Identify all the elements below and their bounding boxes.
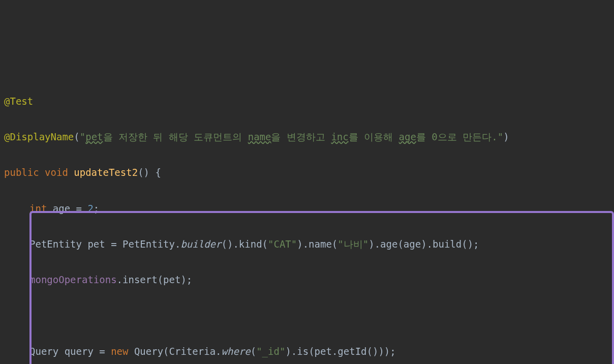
string-text: 을 저장한 뒤 해당 도큐먼트의 [103, 131, 248, 142]
code-editor[interactable]: @Test @DisplayName("pet을 저장한 뒤 해당 도큐먼트의 … [4, 75, 610, 364]
string-text: age [399, 131, 416, 142]
string-text: name [248, 131, 271, 142]
keyword-new: new [111, 346, 128, 357]
code-text: ().kind( [222, 238, 268, 250]
string-quote: " [498, 131, 503, 142]
keyword-public: public [4, 167, 39, 178]
code-text: PetEntity pet = PetEntity. [29, 238, 180, 250]
string-literal: "나비" [337, 238, 369, 250]
string-literal: "CAT" [268, 238, 297, 250]
string-text: 을 변경하고 [271, 131, 331, 142]
static-method-builder: builder [180, 238, 221, 250]
code-text: .insert(pet); [117, 274, 193, 285]
paren: ) [503, 131, 509, 142]
string-text: inc [331, 131, 348, 142]
string-text: 를 이용해 [349, 131, 399, 142]
semicolon: ; [94, 203, 99, 214]
string-literal: "_id" [256, 346, 285, 357]
code-text: age = [47, 203, 87, 214]
annotation-displayname: @DisplayName [4, 131, 74, 142]
annotation-test: @Test [4, 96, 33, 107]
string-text: pet [85, 131, 103, 142]
number-literal: 2 [87, 203, 93, 214]
code-text: ).age(age).build(); [369, 238, 479, 250]
code-text: ).is(pet.getId())); [285, 346, 395, 357]
method-sig: () { [138, 167, 161, 178]
code-text: ( [251, 346, 256, 357]
method-name: updateTest2 [74, 167, 138, 178]
paren: ( [74, 131, 79, 142]
static-method-where: where [222, 346, 251, 357]
keyword-int: int [29, 203, 47, 214]
keyword-void: void [39, 167, 74, 178]
string-quote: " [80, 131, 85, 142]
string-text: 를 0으로 만든다. [416, 131, 498, 142]
code-text: ).name( [297, 238, 337, 250]
code-text: Query query = [29, 346, 111, 357]
code-text: Query(Criteria. [128, 346, 221, 357]
field-mongooperations: mongoOperations [29, 274, 117, 285]
